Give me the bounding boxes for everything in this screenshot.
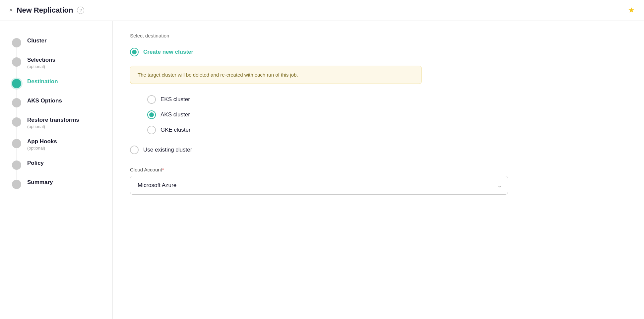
sidebar-item-destination[interactable]: Destination [12,74,112,93]
sidebar-item-aks-options[interactable]: AKS Options [12,93,112,112]
modal-title: New Replication [17,6,73,15]
cluster-type-radio-group: EKS cluster AKS cluster GKE cluster [130,92,627,138]
step-name-selections: Selections [27,57,55,63]
cloud-account-select[interactable]: Microsoft Azure Amazon Web Services Goog… [130,176,508,195]
aks-cluster-label: AKS cluster [161,111,190,118]
main-content: Select destination Create new cluster Th… [113,21,644,319]
step-dot-summary [12,180,21,189]
sidebar-item-app-hooks[interactable]: App Hooks (optional) [12,134,112,155]
sidebar-item-selections[interactable]: Selections (optional) [12,52,112,74]
gke-cluster-option[interactable]: GKE cluster [147,122,627,138]
cloud-account-select-wrapper: Microsoft Azure Amazon Web Services Goog… [130,176,508,195]
star-icon[interactable]: ★ [628,6,635,15]
create-new-cluster-option[interactable]: Create new cluster [130,44,627,60]
step-label-aks-options: AKS Options [27,97,62,104]
step-label-selections: Selections (optional) [27,57,55,69]
sidebar-item-cluster[interactable]: Cluster [12,33,112,52]
step-name-destination: Destination [27,78,58,85]
step-label-policy: Policy [27,160,44,166]
step-dot-selections [12,57,21,67]
step-label-app-hooks: App Hooks (optional) [27,138,57,151]
aks-cluster-option[interactable]: AKS cluster [147,107,627,122]
new-replication-modal: × New Replication ? ★ Cluster Selections… [0,0,644,319]
step-name-restore-transforms: Restore transforms [27,117,79,123]
cloud-account-label: Cloud Account* [130,167,627,172]
sidebar-item-restore-transforms[interactable]: Restore transforms (optional) [12,112,112,134]
help-icon[interactable]: ? [77,7,84,14]
use-existing-cluster-radio[interactable] [130,146,139,154]
create-new-cluster-radio[interactable] [130,48,139,56]
step-name-aks-options: AKS Options [27,97,62,104]
step-dot-aks-options [12,98,21,107]
eks-cluster-label: EKS cluster [161,96,190,103]
sidebar-item-policy[interactable]: Policy [12,155,112,174]
create-new-cluster-label: Create new cluster [143,49,193,55]
modal-body: Cluster Selections (optional) Destinatio… [0,21,644,319]
close-icon[interactable]: × [9,7,13,14]
step-label-restore-transforms: Restore transforms (optional) [27,117,79,129]
step-name-summary: Summary [27,179,53,186]
select-destination-label: Select destination [130,33,627,38]
step-dot-restore-transforms [12,117,21,127]
eks-cluster-radio[interactable] [147,95,156,104]
step-sub-app-hooks: (optional) [27,146,57,151]
step-dot-destination [12,79,21,88]
step-label-destination: Destination [27,78,58,85]
step-label-cluster: Cluster [27,37,47,44]
modal-header: × New Replication ? ★ [0,0,644,21]
step-dot-app-hooks [12,139,21,148]
step-dot-policy [12,160,21,170]
step-label-summary: Summary [27,179,53,186]
eks-cluster-option[interactable]: EKS cluster [147,92,627,107]
use-existing-cluster-label: Use existing cluster [143,147,192,153]
step-dot-cluster [12,38,21,47]
sidebar-item-summary[interactable]: Summary [12,174,112,194]
header-left: × New Replication ? [9,6,84,15]
sidebar: Cluster Selections (optional) Destinatio… [0,21,113,319]
use-existing-cluster-option[interactable]: Use existing cluster [130,142,627,158]
step-name-app-hooks: App Hooks [27,138,57,145]
gke-cluster-label: GKE cluster [161,127,191,133]
gke-cluster-radio[interactable] [147,126,156,134]
aks-cluster-radio[interactable] [147,110,156,119]
cloud-account-section: Cloud Account* Microsoft Azure Amazon We… [130,167,627,195]
info-banner: The target cluster will be deleted and r… [130,66,422,84]
step-sub-selections: (optional) [27,64,55,69]
step-name-policy: Policy [27,160,44,166]
step-sub-restore-transforms: (optional) [27,124,79,129]
step-name-cluster: Cluster [27,37,47,44]
